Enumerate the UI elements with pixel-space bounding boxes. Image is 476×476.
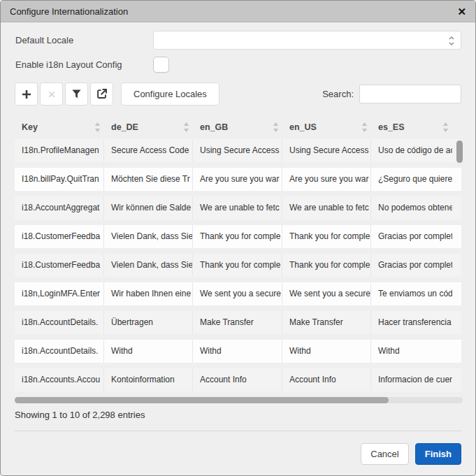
configure-locales-label: Configure Locales [134, 89, 207, 99]
table-cell: Withd [193, 340, 282, 363]
table-cell: i18.CustomerFeedba [15, 254, 104, 277]
dialog-body: Default Locale Enable i18n Layout Config [1, 22, 475, 465]
table-cell: Wir können die Salde [104, 196, 193, 219]
table-cell: i18n.Accounts.Accou [15, 368, 104, 391]
table-cell: Make Transfer [282, 311, 371, 334]
column-header-label: de_DE [111, 122, 138, 132]
column-header-label: Key [22, 122, 38, 132]
sort-arrows-icon [273, 122, 279, 132]
table-row[interactable]: I18n.billPay.QuitTranMöchten Sie diese T… [15, 168, 461, 191]
filter-button[interactable] [65, 82, 88, 106]
table-cell: Account Info [282, 368, 371, 391]
table-cell: i18n.AccountDetails. [15, 340, 104, 363]
delete-row-button[interactable] [40, 82, 63, 106]
sort-arrows-icon [94, 122, 101, 132]
configure-locales-button[interactable]: Configure Locales [121, 82, 219, 106]
table-cell: Uso de código de acc [371, 139, 452, 162]
column-header-label: en_US [289, 122, 317, 132]
plus-icon [21, 89, 32, 100]
table-cell: i18.CustomerFeedba [15, 225, 104, 248]
finish-button[interactable]: Finish [415, 443, 461, 465]
horizontal-scrollbar-thumb[interactable] [15, 397, 389, 403]
chevron-up-down-icon [448, 36, 455, 46]
column-header-label: en_GB [200, 122, 228, 132]
entries-summary: Showing 1 to 10 of 2,298 entries [15, 410, 461, 420]
sort-arrows-icon [442, 122, 449, 132]
dialog-footer: Cancel Finish [15, 431, 461, 465]
table-cell: Secure Access Code [104, 139, 193, 162]
vertical-scrollbar-thumb[interactable] [456, 140, 463, 163]
column-header-en_US[interactable]: en_US [282, 122, 371, 132]
column-header-de_DE[interactable]: de_DE [104, 122, 193, 132]
dialog-titlebar: Configure Internationalization ✕ [1, 1, 475, 22]
table-header-row: Keyde_DEen_GBen_USes_ES [15, 115, 461, 139]
search-group: Search: [322, 85, 461, 103]
table-cell: Thank you for comple [282, 225, 371, 248]
table-cell: Te enviamos un códig [371, 282, 452, 305]
horizontal-scrollbar[interactable] [15, 397, 463, 403]
table-body: I18n.ProfileManagenSecure Access CodeUsi… [15, 139, 461, 391]
column-header-label: es_ES [378, 122, 405, 132]
table-cell: We are unable to fetc [193, 196, 282, 219]
table-cell: We sent you a secure [193, 282, 282, 305]
default-locale-row: Default Locale [15, 31, 461, 50]
export-button[interactable] [90, 82, 113, 106]
i18n-table: Keyde_DEen_GBen_USes_ES I18n.ProfileMana… [15, 115, 461, 403]
open-in-new-icon [96, 88, 108, 100]
table-cell: Übertragen [104, 311, 193, 334]
table-cell: Make Transfer [193, 311, 282, 334]
add-row-button[interactable] [15, 82, 38, 106]
table-cell: Kontoinformation [104, 368, 193, 391]
table-cell: Möchten Sie diese Tr [104, 168, 193, 191]
configure-internationalization-dialog: Configure Internationalization ✕ Default… [0, 0, 476, 476]
delete-x-icon [47, 89, 57, 99]
enable-i18n-row: Enable i18n Layout Config [15, 57, 461, 73]
table-cell: ¿Seguro que quieres [371, 168, 452, 191]
table-cell: Are you sure you war [193, 168, 282, 191]
default-locale-select[interactable] [153, 31, 461, 50]
table-cell: I18n.billPay.QuitTran [15, 168, 104, 191]
table-row[interactable]: i18.CustomerFeedbaVielen Dank, dass SieT… [15, 225, 461, 248]
table-cell: Thank you for comple [193, 225, 282, 248]
table-row[interactable]: I18n.ProfileManagenSecure Access CodeUsi… [15, 139, 461, 162]
enable-i18n-checkbox[interactable] [153, 57, 169, 73]
table-cell: Withd [104, 340, 193, 363]
table-cell: i18n,LoginMFA.Enter [15, 282, 104, 305]
table-cell: Vielen Dank, dass Sie [104, 254, 193, 277]
table-row[interactable]: i18n,LoginMFA.EnterWir haben Ihnen eineW… [15, 282, 461, 305]
table-cell: Using Secure Access [193, 139, 282, 162]
vertical-scrollbar[interactable] [456, 140, 463, 476]
close-icon[interactable]: ✕ [457, 6, 466, 17]
table-cell: I18n.ProfileManagen [15, 139, 104, 162]
table-cell: Withd [282, 340, 371, 363]
table-row[interactable]: i18n.AccountDetails.WithdWithdWithdWithd [15, 340, 461, 363]
table-cell: Vielen Dank, dass Sie [104, 225, 193, 248]
sort-arrows-icon [183, 122, 189, 132]
table-cell: We sent you a secure [282, 282, 371, 305]
table-row[interactable]: i18.AccountAggregatWir können die SaldeW… [15, 196, 461, 219]
search-input[interactable] [359, 85, 461, 103]
column-header-Key[interactable]: Key [15, 122, 104, 132]
table-row[interactable]: i18.CustomerFeedbaVielen Dank, dass SieT… [15, 254, 461, 277]
sort-arrows-icon [361, 122, 368, 132]
table-cell: Are you sure you war [282, 168, 371, 191]
enable-i18n-label: Enable i18n Layout Config [15, 59, 153, 70]
table-cell: No podemos obtener [371, 196, 452, 219]
table-cell: Informacion de cuent [371, 368, 452, 391]
table-toolbar: Configure Locales Search: [15, 82, 461, 106]
table-cell: Gracias por completa [371, 254, 452, 277]
column-header-en_GB[interactable]: en_GB [193, 122, 282, 132]
column-header-es_ES[interactable]: es_ES [371, 122, 452, 132]
table-cell: i18.AccountAggregat [15, 196, 104, 219]
default-locale-label: Default Locale [15, 35, 153, 45]
table-cell: i18n.AccountDetails. [15, 311, 104, 334]
table-row[interactable]: i18n.Accounts.AccouKontoinformationAccou… [15, 368, 461, 391]
table-cell: We are unable to fetc [282, 196, 371, 219]
table-cell: Thank you for comple [282, 254, 371, 277]
cancel-button[interactable]: Cancel [361, 443, 408, 465]
table-row[interactable]: i18n.AccountDetails.ÜbertragenMake Trans… [15, 311, 461, 334]
dialog-title: Configure Internationalization [10, 6, 128, 17]
table-cell: Wir haben Ihnen eine [104, 282, 193, 305]
search-label: Search: [322, 89, 354, 99]
table-cell: Hacer transferencia [371, 311, 452, 334]
